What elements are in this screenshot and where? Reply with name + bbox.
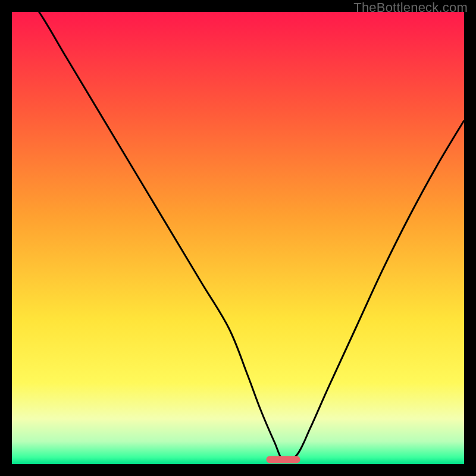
watermark-text: TheBottleneck.com (353, 0, 468, 15)
plot-area (12, 12, 464, 464)
optimum-marker (267, 456, 300, 463)
chart-frame: { "watermark": "TheBottleneck.com", "col… (0, 0, 476, 476)
bottleneck-chart (12, 12, 464, 464)
